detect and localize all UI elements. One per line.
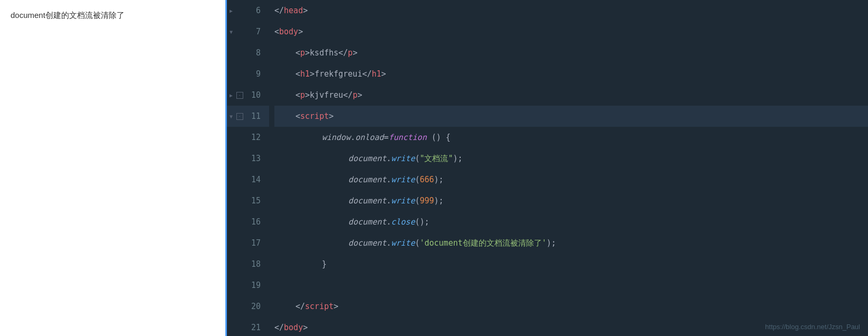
line-num-10: 10 xyxy=(244,85,265,106)
line-num-9: 9 xyxy=(244,63,265,85)
line-gutter: ▶ 6 ▼ 7 8 9 ▶ xyxy=(227,0,269,336)
code-line-8: <p>ksdfhs</p> xyxy=(274,42,868,63)
code-line-20: </script> xyxy=(274,296,868,317)
fold-box-14 xyxy=(235,169,244,190)
preview-text: document创建的文档流被清除了 xyxy=(11,11,125,20)
code-line-9: <h1>frekfgreui</h1> xyxy=(274,63,868,85)
fold-box-13 xyxy=(235,148,244,169)
line-num-20: 20 xyxy=(244,296,265,317)
code-line-6: </head> xyxy=(274,0,868,21)
code-line-16: document.close(); xyxy=(274,211,868,232)
gutter-row-12: 12 xyxy=(227,127,269,148)
gutter-row-7: ▼ 7 xyxy=(227,21,269,42)
fold-arrow-13 xyxy=(227,148,235,169)
code-line-7: <body> xyxy=(274,21,868,42)
line-num-14: 14 xyxy=(244,169,265,190)
fold-box-20 xyxy=(235,296,244,317)
gutter-row-8: 8 xyxy=(227,42,269,63)
gutter-row-10: ▶ - 10 xyxy=(227,85,269,106)
line-num-13: 13 xyxy=(244,148,265,169)
fold-arrow-10[interactable]: ▶ xyxy=(227,85,235,106)
fold-arrow-17 xyxy=(227,232,235,254)
code-line-15: document.write(999); xyxy=(274,190,868,211)
fold-box-21 xyxy=(235,317,244,336)
gutter-row-18: 18 xyxy=(227,254,269,275)
line-num-7: 7 xyxy=(244,21,265,42)
line-num-12: 12 xyxy=(244,127,265,148)
browser-preview: document创建的文档流被清除了 xyxy=(0,0,227,336)
line-num-21: 21 xyxy=(244,317,265,336)
gutter-row-11: ▼ - 11 xyxy=(227,106,269,127)
fold-arrow-12 xyxy=(227,127,235,148)
code-lines: </head> <body> <p>ksdfhs</p> <h1>frekfgr… xyxy=(269,0,868,336)
fold-box-12 xyxy=(235,127,244,148)
fold-box-16 xyxy=(235,211,244,232)
fold-arrow-21 xyxy=(227,317,235,336)
fold-arrow-15 xyxy=(227,190,235,211)
fold-box-8 xyxy=(235,42,244,63)
line-num-19: 19 xyxy=(244,275,265,296)
fold-arrow-6[interactable]: ▶ xyxy=(227,0,235,21)
code-line-14: document.write(666); xyxy=(274,169,868,190)
line-num-6: 6 xyxy=(244,0,265,21)
code-line-18: } xyxy=(274,254,868,275)
fold-box-17 xyxy=(235,232,244,254)
gutter-row-16: 16 xyxy=(227,211,269,232)
fold-box-11[interactable]: - xyxy=(235,106,244,127)
line-num-11: 11 xyxy=(244,106,265,127)
fold-arrow-9 xyxy=(227,63,235,85)
code-line-10: <p>kjvfreu</p> xyxy=(274,85,868,106)
gutter-row-14: 14 xyxy=(227,169,269,190)
fold-box-9 xyxy=(235,63,244,85)
line-num-16: 16 xyxy=(244,211,265,232)
code-line-17: document.write('document创建的文档流被清除了'); xyxy=(274,232,868,254)
fold-arrow-7[interactable]: ▼ xyxy=(227,21,235,42)
gutter-row-15: 15 xyxy=(227,190,269,211)
line-num-15: 15 xyxy=(244,190,265,211)
fold-arrow-19 xyxy=(227,275,235,296)
code-line-11: <script> xyxy=(274,106,868,127)
line-num-18: 18 xyxy=(244,254,265,275)
line-num-17: 17 xyxy=(244,232,265,254)
gutter-row-6: ▶ 6 xyxy=(227,0,269,21)
fold-arrow-11[interactable]: ▼ xyxy=(227,106,235,127)
fold-box-6 xyxy=(235,0,244,21)
line-num-8: 8 xyxy=(244,42,265,63)
code-line-19 xyxy=(274,275,868,296)
fold-arrow-16 xyxy=(227,211,235,232)
fold-arrow-14 xyxy=(227,169,235,190)
fold-box-18 xyxy=(235,254,244,275)
watermark: https://blog.csdn.net/Jzsn_Paul xyxy=(765,323,860,331)
code-line-13: document.write("文档流"); xyxy=(274,148,868,169)
fold-box-19 xyxy=(235,275,244,296)
fold-box-10[interactable]: - xyxy=(235,85,244,106)
code-line-12: window.onload=function () { xyxy=(274,127,868,148)
fold-arrow-8 xyxy=(227,42,235,63)
code-editor: ▶ 6 ▼ 7 8 9 ▶ xyxy=(227,0,868,336)
gutter-row-17: 17 xyxy=(227,232,269,254)
gutter-row-19: 19 xyxy=(227,275,269,296)
gutter-row-21: 21 xyxy=(227,317,269,336)
gutter-row-9: 9 xyxy=(227,63,269,85)
fold-box-15 xyxy=(235,190,244,211)
fold-arrow-18 xyxy=(227,254,235,275)
gutter-row-13: 13 xyxy=(227,148,269,169)
gutter-row-20: 20 xyxy=(227,296,269,317)
fold-box-7 xyxy=(235,21,244,42)
fold-arrow-20 xyxy=(227,296,235,317)
